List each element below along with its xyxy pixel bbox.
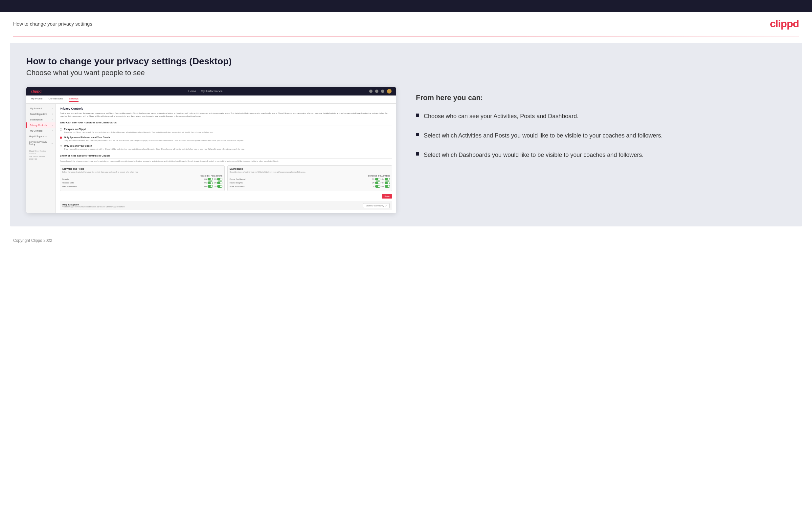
mockup-help-section: Help & Support Visit the Clippd communit… [60,201,392,210]
mockup-show-hide-title: Show or hide specific features in Clippd [60,154,392,159]
mockup-chevron-data: › [52,113,53,115]
mockup-radio-everyone-desc: Everyone on Clippd can search for you an… [64,131,213,133]
mockup-nav-home: Home [188,90,196,93]
footer: Copyright Clippd 2022 [0,233,812,248]
mockup-rounds-insights-followers-toggle [385,181,390,184]
mockup-dashboards-desc: Select the types of activity that you'd … [230,171,390,174]
mockup-subnav-settings: Settings [69,97,79,102]
mockup-sidebar-data-integrations: Data Integrations › [26,111,55,117]
mockup-toggle-player-dashboard: Player Dashboard ON ON [230,178,390,180]
mockup-nav: clippd Home My Performance [26,87,396,96]
mockup-grid-icon [375,90,378,93]
bullet-list: Choose who can see your Activities, Post… [416,112,786,160]
bullet-text-2: Select which Activities and Posts you wo… [424,131,663,140]
mockup-dashboards-box: Dashboards Select the types of activity … [227,165,392,191]
mockup-privacy-title: Privacy Controls [60,107,392,110]
mockup-activities-desc: Select the types of activity that you'd … [62,171,222,174]
mockup-radio-only-you-desc: Only you and the coaches you connect wit… [64,148,244,150]
page-heading: How to change your privacy settings (Des… [26,56,786,67]
mockup-radio-followers-desc: Only approved followers and coaches you … [64,139,244,142]
mockup-features-grid: Activities and Posts Select the types of… [60,165,392,191]
mockup-toggle-drills: Practice Drills ON ON [62,181,222,184]
main-content: How to change your privacy settings (Des… [10,43,802,226]
mockup-chevron-sub: › [52,118,53,121]
mockup-toggle-rounds: Rounds ON ON [62,178,222,180]
bullet-square-3 [416,152,419,156]
mockup-save-button[interactable]: Save [382,194,392,199]
top-bar [0,0,812,12]
mockup-activities-box: Activities and Posts Select the types of… [60,165,225,191]
copyright: Copyright Clippd 2022 [13,238,52,243]
mockup-drills-coaches-toggle [208,181,213,184]
mockup-drills-followers-toggle [217,181,222,184]
mockup-work-coaches-toggle [375,185,380,188]
mockup-sidebar-privacy-policy: Service & Privacy Policy ↗ [26,139,55,147]
mockup-logo: clippd [31,89,41,93]
mockup-chevron-privacy: › [52,124,53,126]
mockup-sidebar-privacy: Privacy Controls › [26,122,55,128]
mockup-help-btn-label: Visit Our Community [366,205,384,207]
mockup-sidebar-my-account: My Account › [26,106,55,111]
content-grid: clippd Home My Performance My Profile Co… [26,87,786,213]
bullet-square-2 [416,133,419,136]
mockup-radio-everyone-btn [60,128,62,130]
mockup-chevron-my-account: › [52,107,53,110]
mockup-radio-only-you-btn [60,145,62,147]
mockup-radio-followers-label: Only Approved Followers and Your Coach [64,136,244,138]
mockup-nav-performance: My Performance [201,90,222,93]
mockup-radio-everyone: Everyone on Clippd Everyone on Clippd ca… [60,128,392,133]
mockup-sidebar-subscription: Subscription › [26,117,55,122]
mockup-radio-followers-btn [60,136,62,139]
mockup-radio-everyone-label: Everyone on Clippd [64,128,213,130]
mockup-rounds-followers-toggle [217,178,222,180]
mockup-dashboards-followers-col: FOLLOWERS [378,175,390,177]
logo: clippd [770,18,799,30]
bullet-item-2: Select which Activities and Posts you wo… [416,131,786,140]
mockup-visit-community-button[interactable]: Visit Our Community ↗ [363,203,390,208]
bullet-item-1: Choose who can see your Activities, Post… [416,112,786,121]
mockup-rounds-coaches-toggle [208,178,213,180]
mockup-dashboards-header: COACHES FOLLOWERS [230,175,390,177]
bullet-item-3: Select which Dashboards you would like t… [416,151,786,160]
mockup-bell-icon [381,90,384,93]
screenshot-mockup: clippd Home My Performance My Profile Co… [26,87,396,213]
mockup-show-hide-desc: Regardless of the privacy controls that … [60,160,392,162]
mockup-work-followers-toggle [385,185,390,188]
bullet-text-1: Choose who can see your Activities, Post… [424,112,578,121]
mockup-subnav-connections: Connections [49,97,63,102]
mockup-privacy-desc: Control how you and your data appears to… [60,112,392,118]
mockup-radio-only-you: Only You and Your Coach Only you and the… [60,145,392,150]
mockup-help-desc: Visit the Clippd community to troublesho… [62,206,125,208]
mockup-help-title: Help & Support [62,204,125,206]
mockup-toggle-what-to-work: What To Work On ON ON [230,185,390,188]
mockup-nav-icons [369,89,392,94]
mockup-toggle-manual: Manual Activities ON ON [62,185,222,188]
mockup-sidebar: My Account › Data Integrations › Subscri… [26,104,56,213]
bullet-text-3: Select which Dashboards you would like t… [424,151,644,160]
mockup-manual-followers-toggle [217,185,222,188]
mockup-version: Clippd Client Version: 2022.8.2SQL Serve… [26,147,55,162]
mockup-sidebar-help: Help & Support ↗ [26,133,55,139]
mockup-ext-icon-policy: ↗ [51,142,53,145]
mockup-toggle-round-insights: Round Insights ON ON [230,181,390,184]
mockup-search-icon [369,90,372,93]
header: How to change your privacy settings clip… [0,12,812,36]
from-here-title: From here you can: [416,94,786,102]
mockup-sidebar-golf-bag: My Golf Bag › [26,128,55,133]
mockup-activities-title: Activities and Posts [62,168,222,170]
mockup-radio-only-you-label: Only You and Your Coach [64,145,244,147]
mockup-avatar [387,89,392,94]
mockup-activities-followers-col: FOLLOWERS [211,175,222,177]
mockup-save-area: Save [60,194,392,199]
mockup-dashboards-coaches-col: COACHES [368,175,377,177]
mockup-player-coaches-toggle [375,178,380,180]
mockup-activities-header: COACHES FOLLOWERS [62,175,222,177]
mockup-subnav-profile: My Profile [31,97,43,102]
mockup-manual-coaches-toggle [208,185,213,188]
bullet-square-1 [416,114,419,117]
mockup-chevron-golf: › [52,130,53,132]
mockup-radio-followers: Only Approved Followers and Your Coach O… [60,136,392,142]
page-subheading: Choose what you want people to see [26,69,786,77]
mockup-who-title: Who Can See Your Activities and Dashboar… [60,121,392,125]
mockup-main-panel: Privacy Controls Control how you and you… [56,104,396,213]
